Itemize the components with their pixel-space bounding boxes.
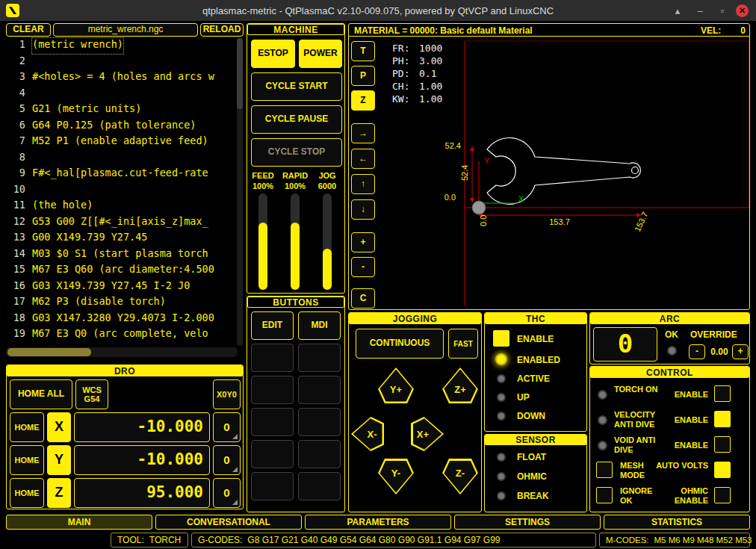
gcode-line[interactable]: 17M62 P3 (disable torch)	[7, 295, 232, 311]
tool-status: TOOL: TORCH	[111, 533, 188, 548]
gcode-hscrollbar[interactable]	[6, 347, 238, 357]
thc-enabled-label: ENABLED	[517, 355, 560, 365]
gcode-line[interactable]: 11(the hole)	[7, 199, 232, 214]
minimize-icon[interactable]: –	[691, 5, 709, 16]
estop-button[interactable]: ESTOP	[251, 40, 295, 68]
dropdown-arrow-icon	[232, 467, 238, 472]
gcode-line-text: M67 E3 Q60 (arc diameter:4.500	[32, 263, 214, 279]
gcodes-status: G-CODES: G8 G17 G21 G40 G49 G54 G64 G80 …	[191, 533, 596, 548]
gcode-line[interactable]: 10	[7, 183, 232, 199]
gcode-line[interactable]: 13G00 X149.739 Y27.45	[7, 231, 232, 246]
home-x-button[interactable]: HOME	[10, 412, 44, 442]
arc-header: ARC	[590, 313, 749, 324]
feed-slider-handle[interactable]	[258, 223, 267, 290]
dim-arrow	[470, 146, 474, 151]
tab-parameters[interactable]: PARAMETERS	[305, 515, 451, 530]
jog-slider-handle[interactable]	[323, 249, 332, 290]
view-t-button[interactable]: T	[351, 41, 375, 61]
ignore-ok-checkbox[interactable]	[596, 487, 613, 503]
ohmic-enable-checkbox[interactable]	[714, 487, 731, 503]
maximize-icon[interactable]: ▫	[713, 5, 731, 16]
pan-left-button[interactable]: ←	[351, 149, 375, 169]
gcode-line[interactable]: 6G64 P0.125 (path tolerance)	[7, 119, 232, 134]
gcode-vscrollbar-thumb[interactable]	[237, 38, 243, 109]
pan-down-button[interactable]: ↓	[351, 199, 375, 220]
zoom-out-button[interactable]: -	[351, 257, 375, 277]
torch-enable-checkbox[interactable]	[714, 385, 731, 402]
loaded-file-name[interactable]: metric_wrench.ngc	[53, 23, 198, 37]
home-z-button[interactable]: HOME	[10, 478, 44, 508]
gcode-line[interactable]: 3#<holes> = 4 (holes and arcs w	[7, 70, 232, 86]
edit-button[interactable]: EDIT	[251, 311, 294, 340]
view-z-button[interactable]: Z	[351, 90, 375, 111]
axis-x-button[interactable]: X	[47, 412, 71, 442]
pan-right-button[interactable]: →	[351, 123, 375, 143]
mcodes-status: M-CODES: M5 M6 M9 M48 M52 M53	[599, 533, 750, 548]
gcode-line[interactable]: 2	[7, 55, 232, 70]
velocity-enable-checkbox[interactable]	[714, 411, 731, 427]
override-minus-button[interactable]: -	[689, 344, 705, 359]
tab-statistics[interactable]: STATISTICS	[604, 515, 750, 530]
gcode-line[interactable]: 18G03 X147.3280 Y29.4073 I-2.000	[7, 311, 232, 327]
auto-volts-checkbox[interactable]	[714, 462, 731, 478]
override-plus-button[interactable]: +	[732, 344, 749, 359]
x0y0-button[interactable]: X0Y0	[213, 379, 241, 409]
tab-main[interactable]: MAIN	[6, 515, 152, 530]
cycle-start-button[interactable]: CYCLE START	[251, 72, 342, 101]
home-all-button[interactable]: HOME ALL	[10, 379, 72, 409]
home-y-button[interactable]: HOME	[10, 445, 44, 475]
gcode-line[interactable]: 15M67 E3 Q60 (arc diameter:4.500	[7, 263, 232, 279]
tab-settings[interactable]: SETTINGS	[454, 515, 601, 530]
dro-y-select[interactable]: 0	[213, 445, 241, 475]
gcode-line[interactable]: 19M67 E3 Q0 (arc complete, velo	[7, 327, 232, 343]
material-selector[interactable]: MATERIAL = 00000: Basic default Material	[354, 25, 533, 36]
gcode-line[interactable]: 12G53 G00 Z[[#<_ini[axis_z]max_	[7, 215, 232, 231]
rapid-slider-handle[interactable]	[291, 223, 300, 290]
shade-icon[interactable]: ▴	[669, 5, 687, 16]
gcode-line[interactable]: 5G21 (metric units)	[7, 102, 232, 118]
arc-voltage-display: 0	[593, 327, 657, 362]
custom-button-slot	[251, 440, 294, 468]
custom-button-slot	[251, 344, 294, 372]
thc-active-led	[497, 374, 506, 383]
cycle-stop-button[interactable]: CYCLE STOP	[251, 138, 342, 167]
mesh-mode-checkbox[interactable]	[596, 462, 613, 478]
axis-z-button[interactable]: Z	[47, 478, 71, 508]
dro-x-value: -10.000	[74, 412, 210, 442]
jog-fast-button[interactable]: FAST	[448, 329, 478, 359]
close-icon[interactable]: ✕	[736, 4, 749, 17]
gcode-line[interactable]: 1(metric wrench)	[7, 38, 232, 54]
kerf-width-info: KW:1.00	[392, 93, 442, 106]
gcode-line[interactable]: 14M03 $0 S1 (start plasma torch	[7, 247, 232, 263]
wrench-toolpath	[487, 138, 640, 205]
cycle-pause-button[interactable]: CYCLE PAUSE	[251, 105, 342, 134]
thc-enable-checkbox[interactable]	[493, 330, 509, 347]
gcode-vscrollbar[interactable]	[237, 38, 243, 346]
clear-plot-button[interactable]: C	[351, 288, 375, 308]
zoom-in-button[interactable]: +	[351, 232, 375, 252]
gcode-line[interactable]: 4	[7, 87, 232, 102]
power-button[interactable]: POWER	[299, 40, 342, 68]
gcode-line-text: M67 E3 Q0 (arc complete, velo	[32, 327, 208, 343]
gcode-line[interactable]: 8	[7, 151, 232, 167]
custom-button-slot	[298, 344, 341, 372]
pan-up-button[interactable]: ↑	[351, 174, 375, 194]
clear-button[interactable]: CLEAR	[6, 23, 51, 37]
jog-continuous-button[interactable]: CONTINUOUS	[356, 329, 444, 359]
dro-z-select[interactable]: 0	[213, 478, 241, 508]
dro-x-select[interactable]: 0	[213, 412, 241, 442]
gcode-line-text: M62 P3 (disable torch)	[32, 295, 166, 311]
gcode-line[interactable]: 7M52 P1 (enable adaptive feed)	[7, 134, 232, 150]
gcode-line[interactable]: 16G03 X149.739 Y27.45 I-2 J0	[7, 279, 232, 295]
gcode-hscrollbar-thumb[interactable]	[7, 348, 91, 356]
tab-conversational[interactable]: CONVERSATIONAL	[155, 515, 302, 530]
wcs-button[interactable]: WCS G54	[75, 379, 108, 409]
view-p-button[interactable]: P	[351, 66, 375, 86]
mdi-button[interactable]: MDI	[298, 311, 341, 340]
reload-button[interactable]: RELOAD	[200, 23, 244, 37]
void-enable-checkbox[interactable]	[714, 436, 731, 453]
gcode-line[interactable]: 9F#<_hal[plasmac.cut-feed-rate	[7, 167, 232, 182]
thc-enabled-led	[495, 353, 507, 365]
axis-y-button[interactable]: Y	[47, 445, 71, 475]
thc-up-label: UP	[517, 392, 530, 403]
